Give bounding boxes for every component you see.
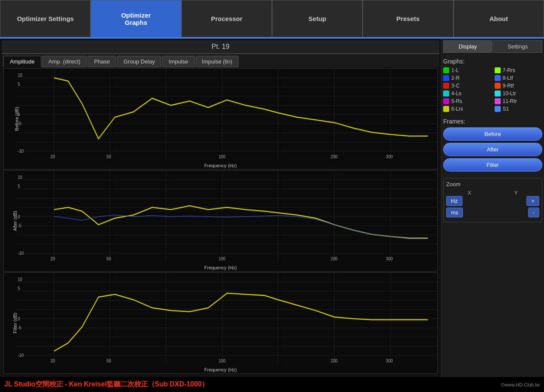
frame-btn-filter[interactable]: Filter <box>443 158 542 172</box>
svg-text:0: 0 <box>18 214 20 219</box>
frame-btn-before[interactable]: Before <box>443 127 542 141</box>
svg-text:-10: -10 <box>18 148 24 154</box>
legend-7rrs[interactable]: 7-Rrs <box>495 67 543 73</box>
zoom-hz-row: Hz + <box>446 196 539 206</box>
svg-text:300: 300 <box>386 256 393 261</box>
zoom-hz-button[interactable]: Hz <box>446 196 462 206</box>
legend-color-6lrs <box>443 106 449 112</box>
after-graph: After (dB) 10 5 0 <box>3 170 438 271</box>
legend-8ltf[interactable]: 8-Ltf <box>495 75 543 81</box>
sub-tabs: Amplitude Amp. (direct) Phase Group Dela… <box>2 54 439 67</box>
zoom-title: Zoom <box>446 181 539 187</box>
zoom-ms-button[interactable]: ms <box>446 208 463 217</box>
svg-text:5: 5 <box>18 81 20 87</box>
legend-s1[interactable]: S1 <box>495 106 543 112</box>
before-graph: Before (dB) 10 <box>3 68 438 169</box>
filter-x-label: Frequency (Hz) <box>204 367 237 372</box>
before-svg: 10 5 0 -5 -10 20 <box>17 69 437 160</box>
svg-text:10: 10 <box>18 72 22 78</box>
svg-text:-10: -10 <box>18 250 24 256</box>
top-nav: Optimizer Settings OptimizerGraphs Proce… <box>0 0 544 39</box>
svg-text:300: 300 <box>386 154 393 159</box>
graphs-legend: 1-L 7-Rrs 2-R 8-Ltf 3-C 9-Rtf <box>443 67 542 112</box>
svg-text:50: 50 <box>106 358 111 363</box>
tab-about[interactable]: About <box>453 0 544 37</box>
zoom-ms-row: ms - <box>446 208 539 217</box>
frames-section: Frames: Before After Filter <box>443 116 542 174</box>
svg-text:20: 20 <box>50 154 55 159</box>
filter-canvas: 10 5 0 -5 -10 20 50 100 <box>17 273 437 365</box>
legend-color-1l <box>443 67 449 73</box>
legend-color-3c <box>443 83 449 89</box>
legend-color-s1 <box>495 106 501 112</box>
svg-text:10: 10 <box>18 276 22 282</box>
svg-text:100: 100 <box>218 358 225 363</box>
tab-processor[interactable]: Processor <box>181 0 272 37</box>
legend-1l[interactable]: 1-L <box>443 67 491 73</box>
before-x-label: Frequency (Hz) <box>204 163 237 168</box>
svg-text:10: 10 <box>18 174 22 180</box>
svg-text:-5: -5 <box>18 121 21 126</box>
subtab-phase[interactable]: Phase <box>88 56 116 67</box>
svg-text:20: 20 <box>50 256 55 261</box>
legend-11rtr[interactable]: 11-Rtr <box>495 98 543 104</box>
right-tab-settings[interactable]: Settings <box>493 40 543 53</box>
svg-text:0: 0 <box>18 112 20 117</box>
legend-5rs[interactable]: 5-Rs <box>443 98 491 104</box>
zoom-plus-button[interactable]: + <box>526 196 539 206</box>
graphs-legend-title: Graphs: <box>443 58 542 65</box>
svg-text:50: 50 <box>106 154 111 159</box>
bottom-bar: JL Studio空間校正 - Ken Kreisel監聽二次校正（Sub DX… <box>0 377 544 392</box>
legend-color-8ltf <box>495 75 501 81</box>
svg-text:20: 20 <box>50 358 55 363</box>
filter-svg: 10 5 0 -5 -10 20 50 100 <box>17 273 437 365</box>
legend-9rtf[interactable]: 9-Rtf <box>495 83 543 89</box>
legend-3c[interactable]: 3-C <box>443 83 491 89</box>
legend-2r[interactable]: 2-R <box>443 75 491 81</box>
subtab-impulse-lin[interactable]: Impulse (lin) <box>196 56 239 67</box>
svg-text:-10: -10 <box>18 353 24 358</box>
frame-btn-after[interactable]: After <box>443 143 542 156</box>
tab-presets[interactable]: Presets <box>363 0 453 37</box>
legend-color-11rtr <box>495 98 501 104</box>
legend-color-7rrs <box>495 67 501 73</box>
svg-text:200: 200 <box>331 358 338 363</box>
tab-optimizer-graphs[interactable]: OptimizerGraphs <box>91 0 181 37</box>
zoom-section: Zoom X Y Hz + ms <box>443 178 542 222</box>
svg-text:200: 200 <box>331 256 338 261</box>
tab-optimizer-settings[interactable]: Optimizer Settings <box>0 0 91 37</box>
right-top-tabs: Display Settings <box>443 40 542 53</box>
graphs-area: Before (dB) 10 <box>2 67 439 375</box>
before-canvas: 10 5 0 -5 -10 20 <box>17 69 437 160</box>
right-tab-display[interactable]: Display <box>443 40 493 53</box>
subtab-amplitude[interactable]: Amplitude <box>3 56 41 67</box>
left-panel: Pt. 19 Amplitude Amp. (direct) Phase Gro… <box>0 39 441 377</box>
svg-text:-5: -5 <box>18 223 21 228</box>
after-canvas: 10 5 0 -5 -10 20 50 100 <box>17 171 437 262</box>
svg-text:100: 100 <box>218 154 225 159</box>
subtab-impulse[interactable]: Impulse <box>162 56 195 67</box>
zoom-minus-button[interactable]: - <box>528 208 539 217</box>
after-svg: 10 5 0 -5 -10 20 50 100 <box>17 171 437 262</box>
zoom-x-label: X <box>446 190 493 196</box>
main-area: Pt. 19 Amplitude Amp. (direct) Phase Gro… <box>0 39 544 377</box>
bottom-copyright: ©www.HD.Club.tw <box>501 382 540 387</box>
svg-text:300: 300 <box>386 358 393 363</box>
subtab-group-delay[interactable]: Group Delay <box>117 56 161 67</box>
legend-color-2r <box>443 75 449 81</box>
bottom-text: JL Studio空間校正 - Ken Kreisel監聽二次校正（Sub DX… <box>4 380 209 389</box>
right-panel: Display Settings Graphs: 1-L 7-Rrs 2-R <box>441 39 544 377</box>
zoom-axis-row: X Y <box>446 190 539 196</box>
legend-6lrs[interactable]: 6-Lrs <box>443 106 491 112</box>
legend-color-4ls <box>443 90 449 96</box>
legend-4ls[interactable]: 4-Ls <box>443 90 491 96</box>
svg-text:50: 50 <box>106 256 111 261</box>
subtab-amp-direct[interactable]: Amp. (direct) <box>42 56 87 67</box>
legend-color-10ltr <box>495 90 501 96</box>
after-x-label: Frequency (Hz) <box>204 265 237 270</box>
frames-title: Frames: <box>443 118 542 125</box>
tab-setup[interactable]: Setup <box>272 0 363 37</box>
legend-color-5rs <box>443 98 449 104</box>
svg-text:0: 0 <box>18 316 20 321</box>
legend-10ltr[interactable]: 10-Ltr <box>495 90 543 96</box>
